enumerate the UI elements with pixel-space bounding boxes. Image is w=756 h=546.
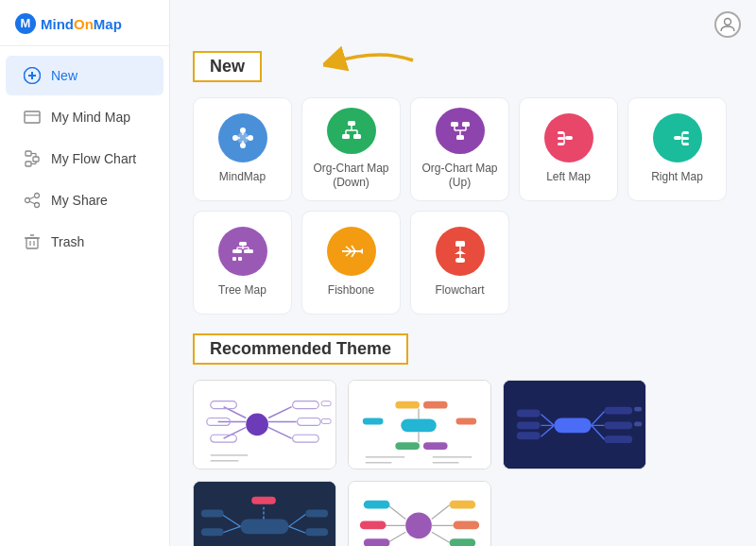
- sidebar-item-mymindmap[interactable]: My Mind Map: [6, 97, 163, 137]
- svg-point-142: [405, 513, 432, 539]
- map-card-mindmap[interactable]: MindMap: [193, 97, 292, 201]
- leftmap-label: Left Map: [546, 170, 591, 185]
- svg-point-29: [232, 135, 238, 141]
- main-content: New MindMap Org-Chart Map(Down) Org-Char: [170, 0, 756, 546]
- svg-point-26: [240, 128, 246, 133]
- svg-point-82: [246, 414, 268, 436]
- svg-rect-43: [462, 122, 470, 127]
- leftmap-card-icon: [544, 113, 593, 162]
- map-card-flowchart[interactable]: Flowchart: [410, 211, 509, 315]
- svg-rect-56: [682, 131, 689, 134]
- theme-card-1[interactable]: [193, 380, 336, 469]
- svg-rect-42: [451, 122, 458, 127]
- new-icon: [23, 66, 42, 85]
- svg-line-18: [29, 201, 35, 204]
- orgchartdown-label: Org-Chart Map(Down): [313, 162, 388, 191]
- svg-rect-130: [240, 519, 288, 534]
- map-card-treemap[interactable]: Tree Map: [193, 211, 292, 315]
- svg-point-27: [248, 135, 253, 141]
- map-card-fishbone[interactable]: Fishbone: [301, 211, 401, 315]
- theme-card-3[interactable]: [503, 380, 646, 469]
- svg-text:M: M: [21, 16, 31, 30]
- svg-rect-50: [558, 137, 564, 140]
- svg-rect-107: [455, 418, 476, 424]
- mindmap-icon: [23, 108, 42, 127]
- theme-card-5[interactable]: [348, 481, 491, 546]
- map-card-rightmap[interactable]: Right Map: [627, 97, 727, 201]
- svg-rect-34: [348, 121, 355, 126]
- svg-rect-120: [605, 435, 633, 443]
- svg-rect-128: [517, 432, 541, 439]
- sidebar-item-mymindmap-label: My Mind Map: [51, 110, 130, 125]
- svg-rect-55: [674, 136, 681, 140]
- svg-rect-7: [26, 151, 31, 156]
- logo-text: MindOnMap: [41, 16, 122, 32]
- logo-area: M MindOnMap: [0, 0, 169, 46]
- orgchartup-label: Org-Chart Map (Up): [421, 162, 499, 191]
- svg-rect-36: [353, 134, 361, 139]
- flowchart-card-icon: [436, 227, 485, 276]
- new-section: New MindMap Org-Chart Map(Down) Org-Char: [193, 51, 733, 546]
- sidebar-item-myshare[interactable]: My Share: [6, 180, 163, 220]
- logo-icon: M: [15, 13, 36, 34]
- map-card-leftmap[interactable]: Left Map: [519, 97, 618, 201]
- sidebar-item-new-label: New: [51, 68, 77, 83]
- orgchartdown-card-icon: [327, 108, 376, 154]
- svg-point-24: [725, 19, 731, 26]
- theme-grid: [193, 380, 733, 546]
- svg-rect-151: [450, 538, 476, 546]
- svg-rect-41: [456, 135, 464, 140]
- flowchart-label: Flowchart: [435, 283, 484, 299]
- flowchart-sidebar-icon: [23, 149, 42, 168]
- svg-marker-75: [359, 248, 363, 254]
- treemap-card-icon: [218, 227, 267, 276]
- svg-rect-153: [360, 520, 387, 529]
- svg-point-16: [35, 203, 40, 208]
- svg-point-28: [240, 143, 246, 148]
- svg-rect-122: [634, 421, 642, 426]
- svg-rect-19: [26, 238, 38, 248]
- map-card-orgchartdown[interactable]: Org-Chart Map(Down): [301, 97, 401, 201]
- share-icon: [23, 191, 42, 210]
- user-icon: [720, 17, 735, 32]
- svg-point-14: [35, 194, 40, 198]
- rightmap-label: Right Map: [651, 170, 703, 185]
- sidebar-item-myshare-label: My Share: [51, 193, 108, 208]
- sidebar-item-myflowchart-label: My Flow Chart: [51, 151, 136, 166]
- theme-card-2[interactable]: [348, 380, 491, 469]
- mindmap-card-icon: [218, 113, 267, 162]
- rightmap-card-icon: [653, 113, 702, 162]
- svg-point-15: [26, 198, 30, 203]
- svg-rect-136: [305, 510, 328, 518]
- svg-rect-64: [232, 257, 236, 261]
- svg-rect-35: [342, 134, 350, 139]
- theme-card-4[interactable]: [193, 481, 336, 546]
- treemap-label: Tree Map: [218, 283, 266, 299]
- fishbone-card-icon: [327, 227, 376, 276]
- map-card-orgchartup[interactable]: Org-Chart Map (Up): [410, 97, 509, 201]
- svg-rect-114: [554, 418, 591, 433]
- svg-rect-140: [251, 497, 276, 504]
- fishbone-label: Fishbone: [328, 283, 374, 299]
- mindmap-label: MindMap: [219, 170, 266, 185]
- sidebar-item-trash-label: Trash: [51, 234, 84, 249]
- svg-rect-49: [558, 131, 564, 134]
- svg-rect-58: [682, 143, 689, 145]
- sidebar-item-trash[interactable]: Trash: [6, 222, 163, 262]
- user-avatar[interactable]: [714, 11, 741, 38]
- svg-rect-5: [25, 111, 40, 123]
- svg-rect-150: [454, 520, 480, 529]
- svg-line-17: [29, 196, 35, 199]
- svg-rect-118: [605, 407, 633, 415]
- svg-rect-57: [682, 137, 689, 140]
- svg-rect-149: [450, 501, 476, 509]
- svg-rect-100: [401, 418, 437, 432]
- sidebar-item-new[interactable]: New: [6, 56, 163, 95]
- svg-rect-119: [605, 421, 633, 429]
- svg-rect-9: [26, 162, 31, 166]
- sidebar-item-myflowchart[interactable]: My Flow Chart: [6, 139, 163, 179]
- svg-rect-78: [455, 258, 465, 263]
- svg-rect-127: [517, 421, 541, 429]
- svg-rect-61: [239, 242, 247, 246]
- svg-marker-77: [455, 250, 466, 254]
